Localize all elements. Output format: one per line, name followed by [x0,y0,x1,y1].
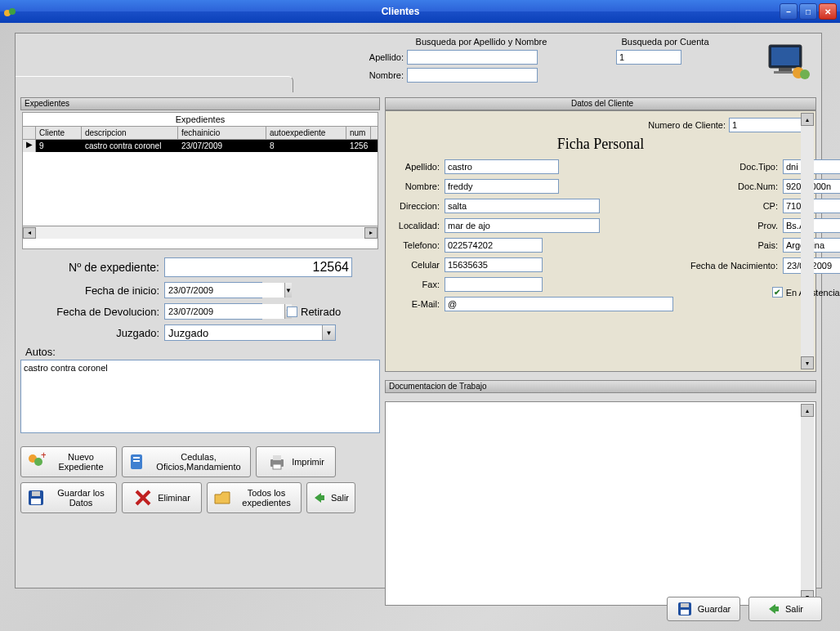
documentacion-panel: ▴ ▾ [385,401,816,606]
svg-point-1 [9,8,16,15]
col-autoexpediente[interactable]: autoexpediente [266,127,346,139]
expedientes-header: Expedientes [20,97,380,110]
nombre-label: Nombre: [394,181,440,191]
svg-rect-24 [681,610,689,615]
nombre-label: Nombre: [367,70,404,80]
col-num[interactable]: num [346,127,371,139]
fecha-devol-combo[interactable]: ▼ [164,303,262,320]
telefono-input[interactable] [445,238,543,253]
exit-arrow-icon [313,491,326,504]
datos-cliente-header: Datos del Cliente [385,97,816,110]
close-button[interactable]: ✕ [819,3,837,20]
floppy-icon [677,601,693,617]
row-marker-icon: ▶ [23,140,36,152]
fnac-label: Fecha de Nacimiento: [688,261,778,271]
minimize-button[interactable]: – [780,3,798,20]
scroll-left-icon[interactable]: ◂ [23,227,36,239]
checkbox-box-icon[interactable] [287,307,297,317]
search-cuenta-title: Busqueda por Cuenta [616,37,714,47]
guardar-datos-button[interactable]: Guardar los Datos [20,482,117,513]
svg-rect-12 [133,457,140,459]
retirado-label: Retirado [301,306,341,318]
svg-rect-16 [273,464,281,469]
retirado-checkbox[interactable]: Retirado [287,306,341,318]
titlebar: Clientes – □ ✕ [0,0,840,23]
telefono-label: Telefono: [394,240,440,250]
maximize-button[interactable]: □ [799,3,817,20]
fax-input[interactable] [445,277,543,292]
autos-label: Autos: [25,346,380,358]
doc-tipo-label: Doc.Tipo: [688,162,778,172]
search-name-title: Busqueda por Apellido y Nombre [367,37,596,47]
col-fechainicio[interactable]: fechainicio [178,127,266,139]
docu-vscrollbar[interactable]: ▴ ▾ [801,404,814,603]
floppy-icon [26,488,46,508]
salir-left-button[interactable]: Salir [306,482,355,513]
folder-open-icon [212,488,232,508]
svg-rect-23 [681,603,689,607]
num-exp-input[interactable] [164,257,352,277]
juzgado-label: Juzgado: [20,327,159,339]
salir-window-button[interactable]: Salir [748,597,822,621]
autos-textarea[interactable] [20,360,380,433]
expedientes-grid[interactable]: Expedientes Cliente descripcion fechaini… [22,112,378,249]
delete-x-icon [133,488,153,508]
svg-rect-19 [31,499,41,504]
doc-num-label: Doc.Num: [688,181,778,191]
apellido-label: Apellido: [367,52,404,62]
search-apellido-input[interactable] [407,50,538,65]
fecha-devol-label: Fecha de Devolucion: [20,306,159,318]
fecha-inicio-combo[interactable]: ▼ [164,282,262,298]
fax-label: Fax: [394,280,440,289]
localidad-label: Localidad: [394,221,440,230]
localidad-input[interactable] [445,218,600,233]
juzgado-combo[interactable]: ▼ [164,324,336,341]
nombre-input[interactable] [445,179,559,194]
email-input[interactable] [445,297,673,311]
juzgado-input[interactable] [165,325,322,340]
fecha-inicio-input[interactable] [165,283,284,298]
table-row[interactable]: ▶ 9 castro contra coronel 23/07/2009 8 1… [23,140,378,152]
svg-rect-4 [779,68,792,71]
checkbox-checked-icon[interactable]: ✔ [772,287,783,298]
celular-label: Celular [394,260,440,270]
cedulas-button[interactable]: Cedulas, Oficios,Mandamiento [122,446,251,477]
celular-input[interactable] [445,257,543,272]
app-icon [3,5,16,18]
cp-label: CP: [688,201,778,211]
grid-header-row: Cliente descripcion fechainicio autoexpe… [23,126,378,140]
scroll-up-icon[interactable]: ▴ [801,404,814,417]
chevron-down-icon[interactable]: ▼ [322,325,335,340]
window-title: Clientes [21,6,780,17]
cliente-column: Datos del Cliente Numero de Cliente: Fic… [385,97,816,586]
svg-rect-15 [273,455,281,460]
grid-hscrollbar[interactable]: ◂ ▸ [23,226,378,239]
numero-cliente-input[interactable] [729,118,807,132]
scroll-right-icon[interactable]: ▸ [364,227,378,239]
imprimir-button[interactable]: Imprimir [256,446,336,477]
chevron-down-icon[interactable]: ▼ [284,283,292,298]
svg-rect-3 [771,47,799,65]
eliminar-button[interactable]: Eliminar [122,482,202,513]
datos-vscrollbar[interactable]: ▴ ▾ [801,113,814,369]
fecha-devol-input[interactable] [165,304,284,319]
svg-point-7 [800,69,810,79]
scroll-up-icon[interactable]: ▴ [801,113,814,126]
guardar-window-button[interactable]: Guardar [667,597,740,621]
direccion-input[interactable] [445,199,600,213]
search-cuenta-input[interactable] [616,50,681,65]
col-cliente[interactable]: Cliente [36,127,82,139]
apellido-input[interactable] [445,159,559,174]
search-nombre-input[interactable] [407,68,538,83]
fecha-inicio-label: Fecha de inicio: [20,284,159,297]
todos-expedientes-button[interactable]: Todos los expedientes [207,482,302,513]
scroll-down-icon[interactable]: ▾ [801,356,814,369]
svg-rect-18 [32,491,40,496]
documentacion-header: Documentacion de Trabajo [385,380,816,393]
people-plus-icon: + [26,452,46,472]
numero-cliente-label: Numero de Cliente: [648,120,726,130]
col-descripcion[interactable]: descripcion [82,127,178,139]
main-frame: Busqueda por Apellido y Nombre Apellido:… [15,33,822,588]
folder-doc-icon [127,452,147,472]
nuevo-expediente-button[interactable]: + Nuevo Expediente [20,446,117,477]
